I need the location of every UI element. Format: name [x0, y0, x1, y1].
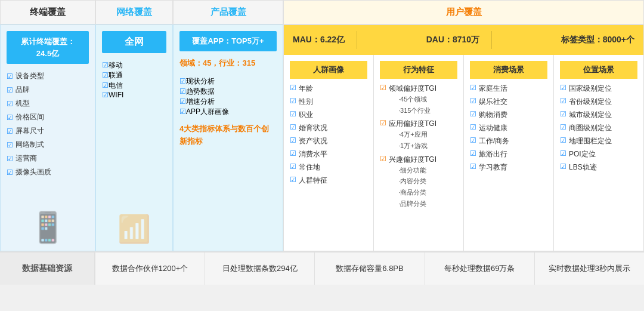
- mau-stat: MAU：6.22亿: [293, 35, 345, 45]
- consumption-item-5: ☑旅游出行: [470, 149, 547, 159]
- profile-item-0: ☑年龄: [290, 84, 367, 94]
- behavior-item-0: ☑ 领域偏好度TGI ·45个领域 ·315个行业: [380, 84, 457, 116]
- user-col-consumption-title: 消费场景: [470, 61, 547, 79]
- location-item-1: ☑省份级别定位: [560, 97, 637, 107]
- product-big-text: 4大类指标体系与数百个创新指标: [179, 123, 277, 148]
- wifi-icon: 📶: [102, 213, 166, 245]
- user-stats-row: MAU：6.22亿 DAU：8710万 标签类型：8000+个: [284, 25, 643, 55]
- header-product: 产品覆盖: [173, 0, 283, 24]
- location-item-5: ☑POI定位: [560, 149, 637, 159]
- user-col-consumption: 消费场景 ☑家庭生活 ☑娱乐社交 ☑购物消费 ☑运动健康 ☑工作/商务 ☑旅游出…: [464, 55, 554, 251]
- network-item-2: ☑电信: [102, 81, 166, 91]
- phone-icon: 📱: [7, 210, 89, 245]
- terminal-item-7: ☑摄像头画质: [7, 167, 89, 177]
- bottom-stat-3: 每秒处理数据69万条: [425, 253, 535, 285]
- col-product: 覆盖APP：TOP5万+ 领域：45，行业：315 ☑现状分析 ☑趋势数据 ☑增…: [173, 24, 283, 251]
- user-col-profile-title: 人群画像: [290, 61, 367, 79]
- behavior-sub-0: ·45个领域 ·315个行业: [398, 94, 436, 116]
- main-container: 终端覆盖 网络覆盖 产品覆盖 用户覆盖 累计终端覆盖： 24.5亿 ☑设备类型 …: [0, 0, 644, 285]
- bottom-stat-1: 日处理数据条数294亿: [205, 253, 315, 285]
- terminal-item-4: ☑屏幕尺寸: [7, 126, 89, 136]
- user-col-behavior-title: 行为特征: [380, 61, 457, 79]
- bottom-stat-2: 数据存储容量6.8PB: [315, 253, 425, 285]
- network-item-0: ☑移动: [102, 60, 166, 70]
- user-cols: 人群画像 ☑年龄 ☑性别 ☑职业 ☑婚育状况 ☑资产状况 ☑消费水平 ☑常住地 …: [284, 55, 643, 251]
- consumption-item-1: ☑娱乐社交: [470, 97, 547, 107]
- consumption-item-6: ☑学习教育: [470, 162, 547, 173]
- bottom-stat-0: 数据合作伙伴1200+个: [95, 253, 205, 285]
- tags-label: 标签类型：8000+个: [561, 35, 634, 45]
- col-network: 全网 ☑移动 ☑联通 ☑电信 ☑WIFI 📶: [95, 24, 173, 251]
- location-item-6: ☑LBS轨迹: [560, 162, 637, 173]
- profile-item-5: ☑消费水平: [290, 149, 367, 159]
- terminal-item-6: ☑运营商: [7, 153, 89, 164]
- location-item-4: ☑地理围栏定位: [560, 136, 637, 146]
- consumption-item-2: ☑购物消费: [470, 110, 547, 120]
- product-title: 覆盖APP：TOP5万+: [179, 31, 277, 51]
- product-item-2: ☑增速分析: [179, 97, 277, 107]
- product-item-0: ☑现状分析: [179, 76, 277, 87]
- terminal-item-2: ☑机型: [7, 98, 89, 109]
- profile-item-7: ☑人群特征: [290, 175, 367, 186]
- bottom-label: 数据基础资源: [0, 253, 95, 285]
- consumption-item-3: ☑运动健康: [470, 123, 547, 133]
- product-item-1: ☑趋势数据: [179, 87, 277, 97]
- bottom-row: 数据基础资源 数据合作伙伴1200+个 日处理数据条数294亿 数据存储容量6.…: [0, 251, 644, 285]
- product-item-3: ☑APP人群画像: [179, 107, 277, 117]
- mau-label: MAU：6.22亿: [293, 35, 345, 45]
- header-user: 用户覆盖: [283, 0, 644, 24]
- profile-item-4: ☑资产状况: [290, 136, 367, 146]
- header-network: 网络覆盖: [95, 0, 173, 24]
- terminal-item-0: ☑设备类型: [7, 71, 89, 81]
- behavior-sub-2: ·细分功能 ·内容分类 ·商品分类 ·品牌分类: [398, 165, 436, 210]
- behavior-sub-1: ·4万+应用 ·1万+游戏: [398, 129, 436, 151]
- profile-item-1: ☑性别: [290, 97, 367, 107]
- main-row: 累计终端覆盖： 24.5亿 ☑设备类型 ☑品牌 ☑机型 ☑价格区间 ☑屏幕尺寸 …: [0, 24, 644, 251]
- tags-stat: 标签类型：8000+个: [561, 35, 634, 45]
- col-user: MAU：6.22亿 DAU：8710万 标签类型：8000+个 人群画像 ☑年龄…: [283, 24, 644, 251]
- location-item-0: ☑国家级别定位: [560, 84, 637, 94]
- col-terminal: 累计终端覆盖： 24.5亿 ☑设备类型 ☑品牌 ☑机型 ☑价格区间 ☑屏幕尺寸 …: [0, 24, 95, 251]
- consumption-item-4: ☑工作/商务: [470, 136, 547, 146]
- behavior-item-2: ☑ 兴趣偏好度TGI ·细分功能 ·内容分类 ·商品分类 ·品牌分类: [380, 155, 457, 210]
- network-item-3: ☑WIFI: [102, 91, 166, 99]
- terminal-item-3: ☑价格区间: [7, 112, 89, 122]
- terminal-title: 累计终端覆盖： 24.5亿: [7, 31, 89, 64]
- header-terminal: 终端覆盖: [0, 0, 95, 24]
- consumption-item-0: ☑家庭生活: [470, 84, 547, 94]
- profile-item-6: ☑常住地: [290, 162, 367, 173]
- header-row: 终端覆盖 网络覆盖 产品覆盖 用户覆盖: [0, 0, 644, 24]
- profile-item-3: ☑婚育状况: [290, 123, 367, 133]
- network-item-1: ☑联通: [102, 70, 166, 81]
- terminal-item-5: ☑网络制式: [7, 140, 89, 150]
- dau-stat: DAU：8710万: [426, 35, 479, 45]
- location-item-2: ☑城市级别定位: [560, 110, 637, 120]
- user-col-location-title: 位置场景: [560, 61, 637, 79]
- dau-label: DAU：8710万: [426, 35, 479, 45]
- user-col-profile: 人群画像 ☑年龄 ☑性别 ☑职业 ☑婚育状况 ☑资产状况 ☑消费水平 ☑常住地 …: [284, 55, 374, 251]
- product-subtitle: 领域：45，行业：315: [179, 56, 277, 70]
- profile-item-2: ☑职业: [290, 110, 367, 120]
- user-col-location: 位置场景 ☑国家级别定位 ☑省份级别定位 ☑城市级别定位 ☑商圈级别定位 ☑地理…: [554, 55, 643, 251]
- stat-divider-1: [357, 31, 414, 49]
- behavior-item-1: ☑ 应用偏好度TGI ·4万+应用 ·1万+游戏: [380, 119, 457, 151]
- user-col-behavior: 行为特征 ☑ 领域偏好度TGI ·45个领域 ·315个行业 ☑: [374, 55, 464, 251]
- terminal-item-1: ☑品牌: [7, 85, 89, 95]
- bottom-stats: 数据合作伙伴1200+个 日处理数据条数294亿 数据存储容量6.8PB 每秒处…: [95, 253, 644, 285]
- bottom-stat-4: 实时数据处理3秒内展示: [535, 253, 644, 285]
- network-title: 全网: [102, 31, 166, 53]
- location-item-3: ☑商圈级别定位: [560, 123, 637, 133]
- stat-divider-2: [491, 31, 549, 49]
